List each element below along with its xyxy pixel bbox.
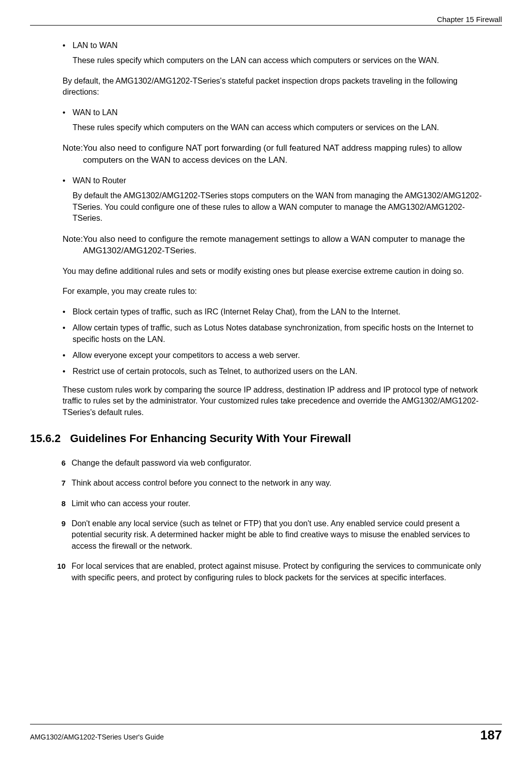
bullet-item: • Block certain types of traffic, such a…: [63, 306, 492, 317]
list-number: 10: [51, 561, 72, 583]
bullet-text: Allow certain types of traffic, such as …: [73, 322, 492, 345]
bullet-title: LAN to WAN: [73, 40, 492, 51]
bullet-description: These rules specify which computers on t…: [63, 122, 492, 133]
list-text: Limit who can access your router.: [72, 498, 492, 509]
note: Note: You also need to configure the rem…: [63, 233, 492, 257]
header-rule: [30, 25, 502, 26]
bullet-marker: •: [63, 366, 73, 377]
bullet-marker: •: [63, 175, 73, 186]
list-item: 8 Limit who can access your router.: [51, 498, 492, 509]
footer-rule: [30, 724, 502, 724]
bullet-marker: •: [63, 40, 73, 51]
list-item: 7 Think about access control before you …: [51, 478, 492, 489]
list-number: 9: [51, 518, 72, 552]
page-footer: AMG1302/AMG1202-TSeries User's Guide 187: [30, 724, 502, 743]
paragraph: You may define additional rules and sets…: [63, 266, 492, 277]
bullet-marker: •: [63, 350, 73, 361]
section-title: Guidelines For Enhancing Security With Y…: [70, 432, 351, 445]
page-content: • LAN to WAN These rules specify which c…: [30, 40, 502, 583]
section-number: 15.6.2: [30, 431, 70, 447]
list-item: 6 Change the default password via web co…: [51, 458, 492, 469]
list-item: 9 Don't enable any local service (such a…: [51, 518, 492, 552]
bullet-marker: •: [63, 107, 73, 118]
note: Note: You also need to configure NAT por…: [63, 142, 492, 166]
note-label: Note:: [63, 233, 83, 257]
list-text: Think about access control before you co…: [72, 478, 492, 489]
bullet-title: WAN to LAN: [73, 107, 492, 118]
bullet-text: Block certain types of traffic, such as …: [73, 306, 492, 317]
list-item: 10 For local services that are enabled, …: [51, 561, 492, 583]
footer-guide-name: AMG1302/AMG1202-TSeries User's Guide: [30, 733, 164, 741]
bullet-title: WAN to Router: [73, 175, 492, 186]
bullet-item: • WAN to Router: [63, 175, 492, 186]
bullet-text: Restrict use of certain protocols, such …: [73, 366, 492, 377]
paragraph: For example, you may create rules to:: [63, 286, 492, 297]
numbered-list: 6 Change the default password via web co…: [63, 458, 492, 583]
list-number: 8: [51, 498, 72, 509]
list-text: For local services that are enabled, pro…: [72, 561, 492, 583]
bullet-item: • Restrict use of certain protocols, suc…: [63, 366, 492, 377]
paragraph: These custom rules work by comparing the…: [63, 385, 492, 418]
bullet-marker: •: [63, 322, 73, 345]
list-number: 7: [51, 478, 72, 489]
note-body: You also need to configure the remote ma…: [83, 233, 492, 257]
list-text: Don't enable any local service (such as …: [72, 518, 492, 552]
bullet-description: These rules specify which computers on t…: [63, 55, 492, 66]
section-heading: 15.6.2Guidelines For Enhancing Security …: [30, 431, 492, 447]
example-bullet-list: • Block certain types of traffic, such a…: [63, 306, 492, 377]
paragraph: By default, the AMG1302/AMG1202-TSeries'…: [63, 76, 492, 98]
list-text: Change the default password via web conf…: [72, 458, 492, 469]
bullet-item: • Allow everyone except your competitors…: [63, 350, 492, 361]
bullet-item: • Allow certain types of traffic, such a…: [63, 322, 492, 345]
bullet-item: • WAN to LAN: [63, 107, 492, 118]
bullet-description: By default the AMG1302/AMG1202-TSeries s…: [63, 190, 492, 224]
bullet-text: Allow everyone except your competitors t…: [73, 350, 492, 361]
chapter-header: Chapter 15 Firewall: [437, 15, 502, 24]
note-body: You also need to configure NAT port forw…: [83, 142, 492, 166]
bullet-marker: •: [63, 306, 73, 317]
note-label: Note:: [63, 142, 83, 166]
bullet-item: • LAN to WAN: [63, 40, 492, 51]
page-number: 187: [480, 727, 502, 743]
list-number: 6: [51, 458, 72, 469]
